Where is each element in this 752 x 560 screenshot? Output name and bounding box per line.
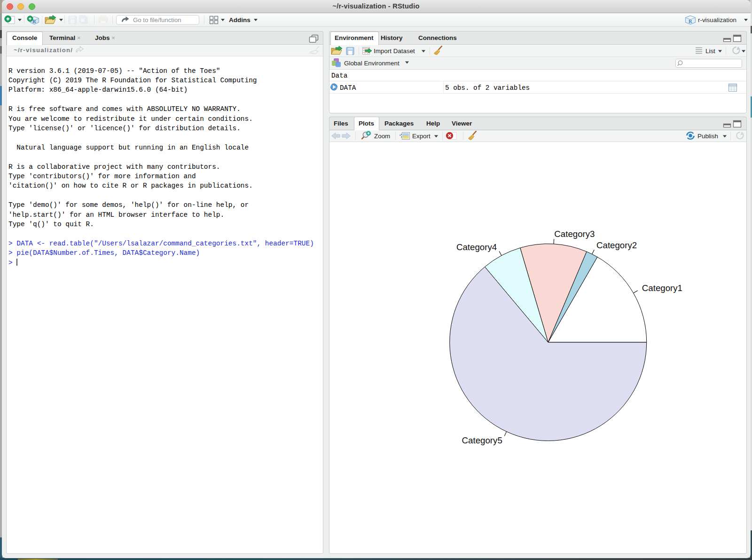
svg-text:Category4: Category4 xyxy=(456,242,496,252)
svg-text:Publish: Publish xyxy=(697,133,718,140)
svg-text:Zoom: Zoom xyxy=(374,133,390,140)
svg-text:Import Dataset: Import Dataset xyxy=(374,47,415,55)
svg-text:Category1: Category1 xyxy=(642,283,682,293)
svg-text:Export: Export xyxy=(412,133,431,140)
svg-text:List: List xyxy=(705,47,715,55)
svg-text:Category2: Category2 xyxy=(596,240,637,250)
svg-text:R: R xyxy=(689,19,692,24)
svg-text:Category3: Category3 xyxy=(554,229,595,239)
svg-text:Category5: Category5 xyxy=(462,435,502,445)
svg-text:r-visualization: r-visualization xyxy=(698,16,736,24)
svg-text:Addins: Addins xyxy=(229,16,251,24)
svg-text:Go to file/function: Go to file/function xyxy=(133,16,181,24)
